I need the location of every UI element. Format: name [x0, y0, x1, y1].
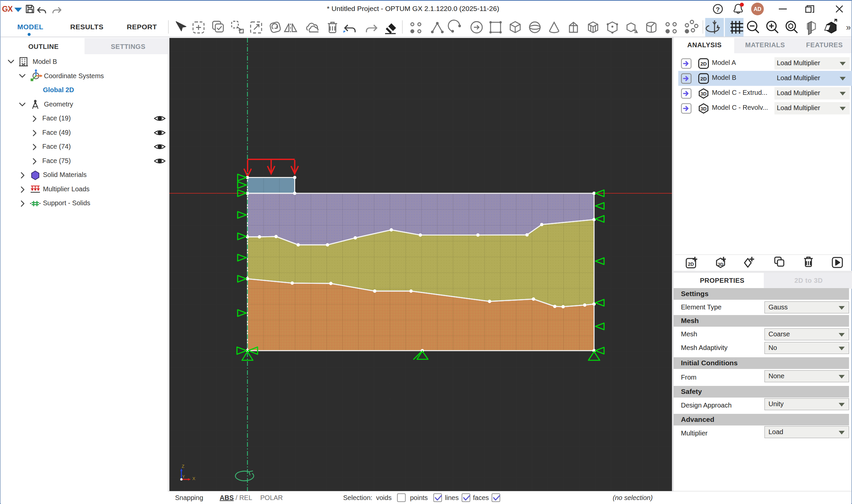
svg-text:2D: 2D	[700, 61, 707, 67]
svg-text:3D: 3D	[718, 262, 724, 267]
svg-text:2D: 2D	[700, 76, 707, 82]
svg-text:3D: 3D	[700, 106, 707, 111]
svg-text:2D: 2D	[688, 262, 694, 267]
svg-text:?: ?	[716, 6, 720, 13]
svg-text:3D: 3D	[700, 91, 707, 96]
svg-text:Y: Y	[182, 474, 185, 479]
svg-text:X: X	[192, 476, 195, 481]
svg-text:Z: Z	[182, 464, 184, 469]
svg-text:AD: AD	[753, 6, 761, 12]
svg-text:»: »	[846, 22, 851, 32]
svg-text:GX: GX	[2, 5, 13, 13]
